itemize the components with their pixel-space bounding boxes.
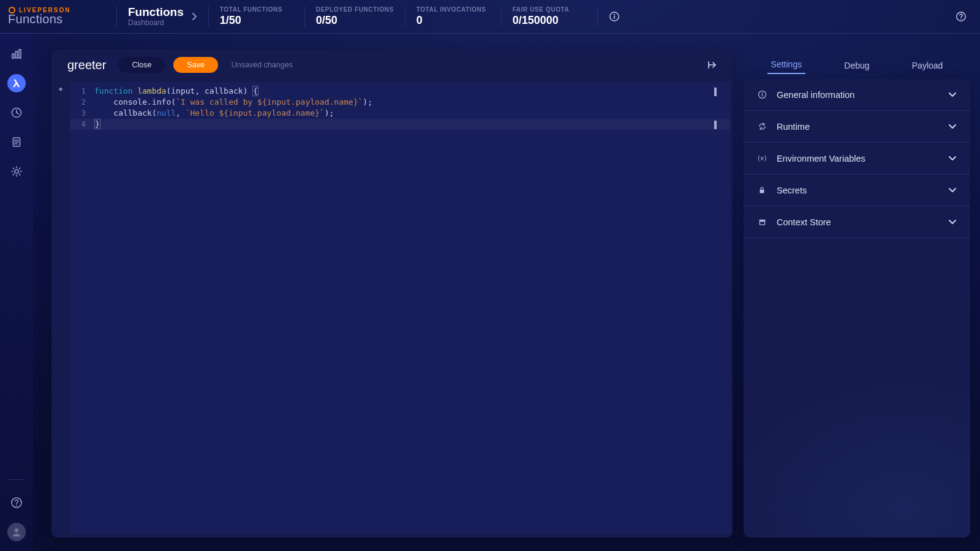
stat-value: 1/50	[220, 13, 293, 28]
editor-panel: greeter Close Save Unsaved changes ✦ 1 f…	[51, 50, 733, 538]
stat-label: DEPLOYED FUNCTIONS	[316, 6, 394, 14]
lambda-icon	[11, 78, 22, 89]
section-label: Context Store	[777, 217, 938, 227]
help-icon[interactable]	[953, 9, 969, 24]
chevron-right-icon	[191, 12, 197, 21]
svg-point-13	[15, 528, 18, 532]
sidebar-item-settings[interactable]	[7, 162, 26, 181]
svg-rect-18	[759, 220, 765, 221]
info-icon	[757, 90, 767, 100]
avatar[interactable]	[7, 523, 26, 541]
chevron-down-icon	[948, 187, 957, 193]
svg-rect-6	[16, 51, 18, 58]
app-header: LIVEPERSON Functions Functions Dashboard…	[0, 0, 980, 34]
breadcrumb-title: Functions	[128, 6, 184, 19]
section-environment-variables[interactable]: (x) Environment Variables	[744, 143, 970, 174]
svg-rect-19	[760, 222, 764, 225]
breadcrumb[interactable]: Functions Dashboard	[128, 6, 197, 27]
editor-status: Unsaved changes	[232, 61, 293, 69]
stat-deployed-functions: DEPLOYED FUNCTIONS 0/50	[316, 6, 394, 28]
stat-total-invocations: TOTAL INVOCATIONS 0	[417, 6, 490, 28]
svg-rect-2	[614, 16, 615, 19]
svg-rect-17	[760, 190, 764, 193]
tab-debug[interactable]: Debug	[840, 57, 873, 74]
line-number: 3	[70, 108, 94, 119]
line-number: 4	[70, 119, 94, 130]
sidebar-item-schedules[interactable]	[7, 103, 26, 122]
cursor-marker-icon	[714, 121, 717, 129]
gear-icon	[10, 165, 23, 178]
svg-point-1	[614, 14, 615, 15]
header-divider	[597, 6, 598, 27]
clock-icon	[10, 107, 23, 119]
line-number: 1	[70, 86, 94, 97]
variable-icon: (x)	[757, 154, 767, 163]
brand-bottom: Functions	[8, 12, 88, 26]
stat-fair-use-quota: FAIR USE QUOTA 0/150000	[513, 6, 586, 28]
breadcrumb-sub: Dashboard	[128, 19, 184, 27]
help-icon	[10, 497, 23, 509]
chevron-down-icon	[948, 219, 957, 225]
section-label: Environment Variables	[777, 154, 938, 163]
stat-label: TOTAL INVOCATIONS	[417, 6, 490, 14]
header-divider	[405, 6, 405, 27]
header-divider	[304, 6, 305, 27]
section-general-information[interactable]: General information	[744, 79, 970, 111]
refresh-icon	[757, 122, 767, 132]
svg-rect-16	[761, 94, 762, 97]
lock-icon	[757, 186, 767, 195]
chevron-down-icon	[948, 156, 957, 162]
header-divider	[116, 6, 117, 27]
line-number: 2	[70, 97, 94, 108]
section-secrets[interactable]: Secrets	[744, 174, 970, 206]
main: greeter Close Save Unsaved changes ✦ 1 f…	[33, 34, 980, 551]
chevron-down-icon	[948, 124, 957, 130]
section-label: Secrets	[777, 186, 938, 195]
settings-accordion: General information Runtime (x) Environm…	[744, 79, 970, 538]
tab-settings[interactable]: Settings	[767, 56, 806, 74]
code-editor[interactable]: 1 function lambda(input, callback) { 2 c…	[70, 82, 730, 534]
stat-label: FAIR USE QUOTA	[513, 6, 586, 14]
info-icon[interactable]	[606, 9, 622, 24]
close-button[interactable]: Close	[118, 57, 165, 73]
sidebar-item-analytics[interactable]	[7, 45, 26, 63]
svg-point-4	[960, 18, 962, 20]
section-context-store[interactable]: Context Store	[744, 206, 970, 238]
sidebar-help[interactable]	[7, 493, 26, 512]
code-line: console.info(`I was called by ${input.pa…	[94, 97, 372, 108]
side-panel: Settings Debug Payload General informati…	[744, 50, 970, 538]
sidebar-item-logs[interactable]	[7, 133, 26, 151]
svg-rect-7	[19, 50, 21, 58]
tab-payload[interactable]: Payload	[908, 57, 947, 74]
stat-label: TOTAL FUNCTIONS	[220, 6, 293, 14]
header-divider	[501, 6, 502, 27]
code-line: }	[94, 119, 100, 130]
section-label: General information	[777, 90, 938, 100]
sidebar-item-functions[interactable]	[7, 74, 26, 92]
editor-gutter: ✦	[51, 80, 70, 538]
header-divider	[208, 6, 209, 27]
svg-point-12	[16, 504, 17, 506]
user-icon	[11, 527, 22, 538]
sidebar	[0, 34, 33, 551]
editor-body[interactable]: ✦ 1 function lambda(input, callback) { 2…	[51, 80, 733, 538]
bar-chart-icon	[10, 48, 23, 60]
side-tabs: Settings Debug Payload	[744, 50, 970, 74]
stat-value: 0/50	[316, 13, 394, 28]
sparkle-icon[interactable]: ✦	[58, 85, 64, 94]
svg-point-15	[761, 92, 763, 94]
expand-icon[interactable]	[704, 57, 720, 73]
function-name: greeter	[67, 58, 106, 72]
svg-rect-5	[12, 54, 14, 58]
code-line: callback(null, `Hello ${input.payload.na…	[94, 108, 334, 119]
code-line: function lambda(input, callback) {	[94, 86, 258, 97]
stat-value: 0/150000	[513, 13, 586, 28]
stat-total-functions: TOTAL FUNCTIONS 1/50	[220, 6, 293, 28]
stat-value: 0	[417, 13, 490, 28]
chevron-down-icon	[948, 92, 957, 98]
save-button[interactable]: Save	[173, 57, 218, 73]
cursor-marker-icon	[714, 88, 717, 96]
brand-logo: LIVEPERSON Functions	[9, 7, 88, 26]
section-label: Runtime	[777, 122, 938, 132]
section-runtime[interactable]: Runtime	[744, 111, 970, 143]
